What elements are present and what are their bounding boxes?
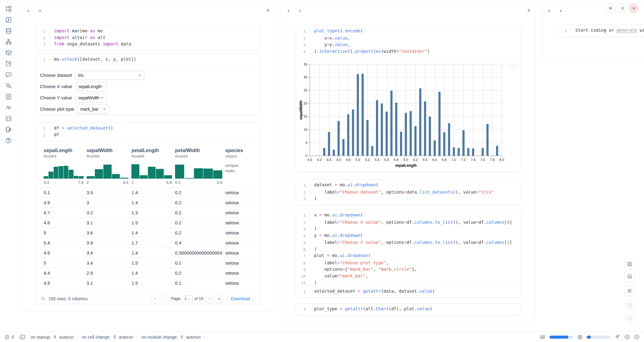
- first-page-button[interactable]: «: [151, 295, 159, 303]
- chevron-right-icon[interactable]: ›: [297, 8, 303, 14]
- placeholder-text: Start coding or: [575, 28, 617, 33]
- svg-text:7.4: 7.4: [471, 158, 475, 162]
- svg-text:5.4: 5.4: [375, 158, 379, 162]
- snippets-icon[interactable]: [5, 115, 12, 122]
- prev-page-button[interactable]: ‹: [161, 295, 169, 303]
- chevron-left-icon[interactable]: ‹: [546, 8, 552, 14]
- chevron-down-icon: [138, 73, 141, 77]
- error-count-icon[interactable]: [4, 334, 10, 340]
- chevron-left-icon[interactable]: ‹: [25, 8, 31, 14]
- code-editor[interactable]: 1df = selected_dataset()2df: [36, 123, 260, 141]
- form-row: Choose Y valuesepalWidth: [40, 93, 256, 102]
- bar-chart[interactable]: 4.04.24.44.64.85.05.25.45.65.86.06.26.46…: [299, 61, 518, 170]
- cpu-icon: [577, 334, 583, 340]
- svg-text:6.0: 6.0: [403, 158, 408, 162]
- connection-status-icon[interactable]: [634, 334, 640, 340]
- run-button[interactable]: [624, 313, 635, 324]
- svg-text:20: 20: [304, 102, 307, 105]
- placeholder-text: with AI: [637, 28, 644, 33]
- panel2-header: ‹ › +: [282, 3, 535, 18]
- code-editor[interactable]: 1import marimo as mo2import altair as al…: [36, 26, 260, 50]
- code-editor[interactable]: 1mo.vstack([dataset, x, y, plot]): [36, 54, 260, 66]
- chevron-left-icon[interactable]: ‹: [285, 8, 292, 14]
- scratchpad-icon[interactable]: [5, 60, 12, 67]
- functions-icon[interactable]: [5, 16, 12, 23]
- command-icon: [627, 288, 632, 294]
- last-page-button[interactable]: »: [215, 295, 223, 303]
- on-startup-setting[interactable]: on startup: autorun: [31, 335, 74, 340]
- chevron-right-icon[interactable]: ›: [37, 8, 43, 14]
- dependencies-icon[interactable]: [5, 38, 12, 45]
- on-cell-change-setting[interactable]: on cell change: autorun: [82, 335, 133, 340]
- packages-icon[interactable]: [5, 49, 12, 56]
- page-of-label: of 15: [194, 296, 203, 301]
- cpu-usage-meter: [587, 336, 610, 339]
- on-module-change-setting[interactable]: on module change: autorun ⌄: [141, 335, 205, 340]
- stop-button[interactable]: [624, 300, 635, 311]
- table-row: 4.42.91.40.2setosa: [39, 268, 256, 278]
- generate-with-ai-link[interactable]: generate: [617, 28, 637, 33]
- cell-imports: 1import marimo as mo2import altair as al…: [35, 25, 260, 51]
- dropdown-select[interactable]: sepalWidth: [75, 93, 107, 102]
- table-row: 4.73.21.30.2setosa: [39, 208, 256, 218]
- shutdown-button[interactable]: [629, 4, 638, 13]
- help-icon[interactable]: [5, 137, 12, 144]
- menu-button[interactable]: [606, 4, 615, 13]
- add-cell-button[interactable]: +: [527, 7, 531, 14]
- panel3-header: ‹ ›: [542, 3, 644, 18]
- copilot-icon[interactable]: [624, 334, 630, 340]
- table-row: 53.41.50.2setosa: [39, 258, 256, 268]
- cell-dataset-dropdown: 1⌄dataset = mo.ui.dropdown(2 label="Choo…: [295, 179, 521, 205]
- form-row: Choose X valuesepalLength: [40, 82, 256, 91]
- dropdown-select[interactable]: iris: [75, 71, 145, 80]
- panel1-header: ‹ › +: [22, 3, 274, 18]
- chart-actions-button[interactable]: ⋯: [509, 61, 517, 69]
- lightning-icon: [180, 335, 184, 339]
- code-editor[interactable]: 1selected_dataset = getattr(data, datase…: [296, 286, 521, 297]
- documentation-icon[interactable]: [5, 93, 12, 100]
- svg-text:0: 0: [306, 154, 307, 158]
- dropdown-select[interactable]: sepalLength: [75, 82, 107, 91]
- svg-text:4.6: 4.6: [336, 158, 341, 162]
- code-editor[interactable]: 1plot_type = getattr(alt.Chart(df), plot…: [296, 304, 521, 315]
- code-editor[interactable]: 1⌄dataset = mo.ui.dropdown(2 label="Choo…: [296, 180, 521, 205]
- notebook-icon[interactable]: [5, 126, 12, 133]
- column-header: petalWidthfloat640.12.5: [175, 145, 225, 187]
- download-link[interactable]: Download ⌄: [231, 296, 253, 301]
- table-row: 4.63.41.40.30000000000000004setosa: [39, 248, 256, 258]
- search-icon[interactable]: [41, 296, 46, 301]
- datasources-icon[interactable]: [5, 27, 12, 34]
- terminal-icon[interactable]: [20, 334, 25, 340]
- dropdown-select[interactable]: mark_bar: [77, 105, 109, 114]
- column-header: sepalWidthfloat6424.4: [87, 145, 131, 187]
- page-label: Page: [171, 296, 180, 301]
- save-icon: [627, 261, 632, 267]
- form-row: Choose plot typemark_bar: [40, 105, 256, 114]
- dropdown-label: Choose plot type: [40, 106, 74, 112]
- column-histogram: [87, 163, 128, 179]
- code-editor[interactable]: 1⌄x = mo.ui.dropdown(2 label="Choose X v…: [296, 210, 521, 289]
- ai-sparkles-icon[interactable]: [614, 334, 620, 340]
- page-select[interactable]: 1 ⌄: [182, 295, 193, 302]
- save-button[interactable]: [624, 259, 635, 269]
- chat-icon[interactable]: [5, 71, 12, 78]
- lightning-icon: [113, 335, 117, 339]
- memory-usage-meter: [549, 336, 573, 339]
- svg-text:5.8: 5.8: [394, 158, 399, 162]
- settings-button[interactable]: [618, 4, 627, 13]
- svg-text:30: 30: [304, 75, 307, 79]
- code-editor[interactable]: 1 Start coding or generate with AI: [557, 25, 644, 37]
- svg-text:sepalWidth: sepalWidth: [299, 100, 303, 120]
- tracing-icon[interactable]: [5, 104, 12, 111]
- logs-icon[interactable]: [5, 82, 12, 89]
- code-editor[interactable]: 1⌄plot_type().encode(2 x=x.value,3 y=y.v…: [296, 26, 521, 57]
- layout-button[interactable]: [624, 271, 635, 282]
- column-histogram: [175, 163, 222, 179]
- error-count: 0: [12, 335, 14, 340]
- file-tree-icon[interactable]: [5, 5, 12, 12]
- add-cell-button[interactable]: +: [266, 7, 270, 14]
- svg-text:5.0: 5.0: [356, 158, 360, 162]
- shortcuts-button[interactable]: [624, 286, 635, 296]
- chevron-right-icon[interactable]: ›: [558, 8, 564, 14]
- next-page-button[interactable]: ›: [206, 295, 213, 303]
